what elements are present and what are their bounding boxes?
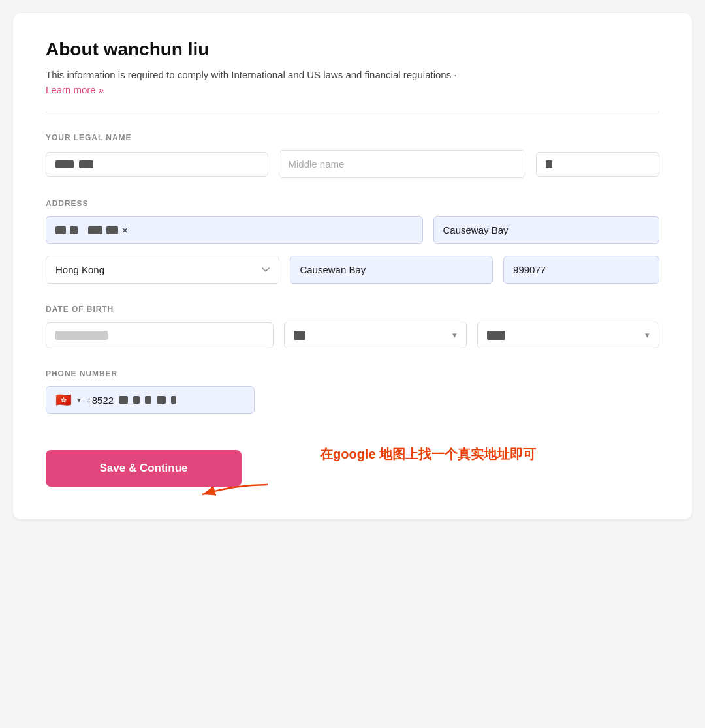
last-name-redacted: [546, 160, 552, 168]
street-redacted4: [106, 226, 118, 234]
district-input[interactable]: Causewan Bay: [290, 256, 493, 284]
address-section: ADDRESS 在google 地图上找一个真实地址即可 ×: [46, 199, 659, 284]
dob-year-redacted: [487, 331, 505, 340]
dob-month-redacted: [294, 331, 306, 340]
description-text: This information is required to comply w…: [46, 69, 659, 80]
dob-row: ▾ ▾: [46, 322, 659, 348]
legal-name-row: [46, 150, 659, 178]
dob-day-col: [46, 322, 274, 348]
page-title: About wanchun liu: [46, 39, 659, 60]
hk-flag-icon: 🇭🇰: [55, 393, 72, 406]
address-city-col: Causeway Bay: [433, 216, 660, 244]
phone-redacted5: [171, 396, 176, 404]
first-name-redacted: [55, 160, 74, 168]
phone-redacted3: [145, 396, 151, 404]
dob-section: DATE OF BIRTH ▾ ▾: [46, 305, 659, 348]
address-label: ADDRESS: [46, 199, 659, 208]
address-city-input[interactable]: Causeway Bay: [433, 216, 660, 244]
district-col: Causewan Bay: [290, 256, 493, 284]
address-country-row: Hong Kong Causewan Bay 999077: [46, 256, 659, 284]
address-street-row: × Causeway Bay: [46, 216, 659, 244]
street-char: ×: [122, 224, 128, 235]
dob-month-chevron: ▾: [452, 330, 457, 340]
middle-name-col: [279, 150, 525, 178]
phone-code: +8522: [86, 395, 114, 406]
middle-name-input[interactable]: [279, 150, 525, 178]
learn-more-link[interactable]: Learn more »: [46, 84, 104, 95]
dob-label: DATE OF BIRTH: [46, 305, 659, 314]
save-continue-button[interactable]: Save & Continue: [46, 450, 242, 487]
legal-name-section: YOUR LEGAL NAME: [46, 133, 659, 178]
first-name-redacted2: [79, 160, 93, 168]
country-select[interactable]: Hong Kong: [46, 256, 279, 284]
dob-year-col: ▾: [477, 322, 659, 348]
phone-section: PHONE NUMBER 填写一个真实的电话号码 🇭🇰 ▾ +8522: [46, 369, 659, 414]
street-redacted2: [70, 226, 78, 234]
dob-year-chevron: ▾: [645, 330, 650, 340]
phone-redacted1: [119, 396, 128, 404]
first-name-col: [46, 152, 268, 177]
phone-country-dropdown[interactable]: ▾: [77, 395, 81, 404]
postal-col: 999077: [503, 256, 659, 284]
phone-redacted2: [133, 396, 140, 404]
country-col: Hong Kong: [46, 256, 279, 284]
street-redacted3: [88, 226, 102, 234]
dob-day-redacted: [55, 331, 108, 340]
phone-input-row[interactable]: 🇭🇰 ▾ +8522: [46, 386, 255, 414]
last-name-col: [536, 152, 659, 177]
street-redacted1: [55, 226, 66, 234]
legal-name-label: YOUR LEGAL NAME: [46, 133, 659, 142]
main-card: About wanchun liu This information is re…: [13, 13, 692, 519]
dob-month-col: ▾: [284, 322, 466, 348]
postal-input[interactable]: 999077: [503, 256, 659, 284]
phone-label: PHONE NUMBER: [46, 369, 659, 378]
address-street-col: ×: [46, 216, 423, 244]
section-divider: [46, 112, 659, 112]
address-annotation: 在google 地图上找一个真实地址即可: [320, 446, 536, 463]
phone-redacted4: [157, 396, 166, 404]
